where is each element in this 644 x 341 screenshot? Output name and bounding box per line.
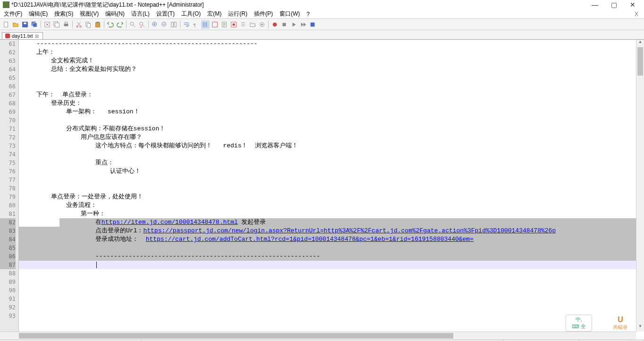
code-line[interactable] <box>19 150 636 159</box>
line-number[interactable]: 70 <box>0 116 16 125</box>
menu-edit[interactable]: 编辑(E) <box>27 10 50 18</box>
line-number[interactable]: 71 <box>0 125 16 133</box>
menu-language[interactable]: 语言(L) <box>129 10 152 18</box>
line-number[interactable]: 74 <box>0 150 16 159</box>
code-line[interactable]: 点击登录的Url：https://passport.jd.com/new/log… <box>19 227 636 235</box>
code-line[interactable]: 上午： <box>19 48 636 57</box>
maximize-button[interactable]: ▢ <box>610 1 618 9</box>
record-macro-icon[interactable] <box>271 20 279 29</box>
user-lang-icon[interactable] <box>211 20 219 29</box>
line-number[interactable]: 64 <box>0 65 16 74</box>
wordwrap-icon[interactable] <box>182 20 191 29</box>
text-editor[interactable]: ----------------------------------------… <box>19 40 636 332</box>
code-line[interactable]: 认证中心！ <box>19 167 636 176</box>
code-line[interactable]: 下午： 单点登录： <box>19 91 636 99</box>
line-number[interactable]: 66 <box>0 82 16 91</box>
play-multi-icon[interactable] <box>299 20 307 29</box>
show-chars-icon[interactable]: ¶ <box>192 20 200 29</box>
code-line[interactable]: 第一种： <box>19 210 636 218</box>
code-line[interactable] <box>19 244 636 252</box>
code-line[interactable] <box>19 286 636 295</box>
monitor-icon[interactable] <box>258 20 266 29</box>
code-line[interactable]: 单一架构： session！ <box>19 108 636 116</box>
line-number[interactable]: 90 <box>0 286 16 295</box>
code-line[interactable]: 单点登录：一处登录，处处使用！ <box>19 193 636 201</box>
find-icon[interactable] <box>128 20 137 29</box>
line-number[interactable]: 91 <box>0 295 16 303</box>
tab-day11[interactable]: day11.txt ⊠ <box>2 32 43 39</box>
code-line[interactable] <box>19 116 636 125</box>
code-line[interactable]: 总结：全文检索是如何实现的？ <box>19 65 636 74</box>
code-line[interactable]: 在https://item.jd.com/100014348478.html 发… <box>19 218 636 227</box>
url-link[interactable]: https://item.jd.com/100014348478.html <box>102 219 238 226</box>
code-line[interactable] <box>19 303 636 312</box>
scroll-down-icon[interactable]: ▼ <box>636 324 644 332</box>
close-file-icon[interactable] <box>43 20 51 29</box>
line-number[interactable]: 77 <box>0 176 16 184</box>
line-number[interactable]: 89 <box>0 278 16 286</box>
func-list-icon[interactable] <box>239 20 247 29</box>
menu-settings[interactable]: 设置(T) <box>154 10 177 18</box>
line-number[interactable]: 78 <box>0 184 16 193</box>
menu-plugins[interactable]: 插件(P) <box>252 10 275 18</box>
replace-icon[interactable] <box>138 20 146 29</box>
code-line[interactable]: 登录成功地址： https://cart.jd.com/addToCart.ht… <box>19 235 636 244</box>
play-macro-icon[interactable] <box>289 20 298 29</box>
code-line[interactable]: ----------------------------------------… <box>19 252 636 261</box>
open-file-icon[interactable] <box>11 20 20 29</box>
undo-icon[interactable] <box>106 20 115 29</box>
scroll-up-icon[interactable]: ▲ <box>636 40 644 47</box>
code-line[interactable] <box>19 82 636 91</box>
zoom-in-icon[interactable] <box>151 20 159 29</box>
line-number[interactable]: 93 <box>0 312 16 320</box>
close-all-icon[interactable] <box>52 20 61 29</box>
line-number[interactable]: 79 <box>0 193 16 201</box>
new-file-icon[interactable] <box>2 20 10 29</box>
minimize-button[interactable]: — <box>591 1 599 9</box>
url-link[interactable]: https://cart.jd.com/addToCart.html?rcd=1… <box>146 236 474 243</box>
line-number[interactable]: 61 <box>0 40 16 48</box>
menu-search[interactable]: 搜索(S) <box>52 10 75 18</box>
doc-list-icon[interactable] <box>229 20 238 29</box>
line-number[interactable]: 76 <box>0 167 16 176</box>
menu-close-x[interactable]: X <box>635 11 638 17</box>
line-number[interactable]: 72 <box>0 133 16 142</box>
line-number[interactable]: 65 <box>0 74 16 82</box>
line-number[interactable]: 62 <box>0 48 16 57</box>
close-button[interactable]: ✕ <box>629 1 636 9</box>
sync-scroll-icon[interactable] <box>169 20 178 29</box>
stop-macro-icon[interactable] <box>280 20 288 29</box>
doc-map-icon[interactable] <box>220 20 229 29</box>
line-number[interactable]: 81 <box>0 210 16 218</box>
line-number[interactable]: 87 <box>0 261 16 269</box>
code-line[interactable] <box>19 312 636 320</box>
code-line[interactable]: 这个地方特点：每个模块都能够访问的到！ redis！ 浏览器客户端！ <box>19 142 636 150</box>
save-icon[interactable] <box>21 20 29 29</box>
code-line[interactable] <box>19 74 636 82</box>
line-number[interactable]: 92 <box>0 303 16 312</box>
code-line[interactable]: 用户信息应该存在哪？ <box>19 133 636 142</box>
horizontal-scrollbar[interactable] <box>0 332 636 340</box>
redo-icon[interactable] <box>116 20 124 29</box>
line-number[interactable]: 83 <box>0 227 16 235</box>
copy-icon[interactable] <box>84 20 93 29</box>
cut-icon[interactable] <box>75 20 83 29</box>
code-line[interactable] <box>19 184 636 193</box>
line-gutter[interactable]: 6162636465666768697071727374757677787980… <box>0 40 19 332</box>
line-number[interactable]: 69 <box>0 108 16 116</box>
line-number[interactable]: 86 <box>0 252 16 261</box>
line-number[interactable]: 63 <box>0 57 16 65</box>
code-line[interactable] <box>19 278 636 286</box>
line-number[interactable]: 85 <box>0 244 16 252</box>
line-number[interactable]: 75 <box>0 159 16 167</box>
url-link[interactable]: https://passport.jd.com/new/login.aspx?R… <box>143 227 556 234</box>
save-macro-icon[interactable] <box>308 20 317 29</box>
code-line[interactable]: 业务流程： <box>19 201 636 210</box>
code-line[interactable]: 全文检索完成！ <box>19 57 636 65</box>
menu-encoding[interactable]: 编码(N) <box>103 10 127 18</box>
menu-help[interactable]: ? <box>305 11 312 17</box>
menu-view[interactable]: 视图(V) <box>78 10 101 18</box>
code-line[interactable] <box>19 269 636 278</box>
save-all-icon[interactable] <box>30 20 39 29</box>
menu-tools[interactable]: 工具(O) <box>179 10 203 18</box>
